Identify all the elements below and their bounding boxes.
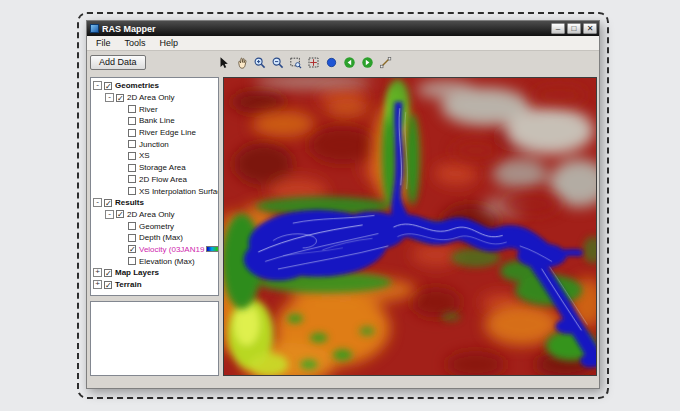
info-panel	[90, 301, 219, 376]
layer-checkbox[interactable]	[128, 234, 136, 242]
zoom-in-icon[interactable]	[252, 55, 268, 70]
expand-icon[interactable]: +	[93, 268, 102, 277]
layer-checkbox[interactable]: ✓	[104, 269, 112, 277]
tree-item[interactable]: +✓Terrain	[93, 279, 218, 291]
status-bar	[87, 376, 599, 388]
layer-checkbox[interactable]	[128, 164, 136, 172]
app-window: RAS Mapper – □ ✕ File Tools Help Add Dat…	[86, 20, 600, 389]
layer-checkbox[interactable]	[128, 222, 136, 230]
tree-item[interactable]: River Edge Line	[117, 127, 218, 139]
toolbar-icon-group	[216, 55, 394, 70]
layer-checkbox[interactable]	[128, 257, 136, 265]
layer-label: Terrain	[115, 280, 142, 289]
layer-label: River	[139, 105, 158, 114]
tree-item[interactable]: Geometry	[117, 220, 218, 232]
tree-item[interactable]: -✓2D Area Only	[105, 92, 218, 104]
close-button[interactable]: ✕	[583, 23, 597, 34]
tree-item[interactable]: Elevation (Max)	[117, 255, 218, 267]
previous-view-icon[interactable]	[342, 55, 358, 70]
minimize-button[interactable]: –	[551, 23, 565, 34]
menu-item-help[interactable]: Help	[153, 37, 186, 50]
layer-checkbox[interactable]: ✓	[116, 94, 124, 102]
layer-checkbox[interactable]: ✓	[128, 245, 136, 253]
tree-item[interactable]: Storage Area	[117, 162, 218, 174]
layer-checkbox[interactable]	[128, 117, 136, 125]
layer-checkbox[interactable]: ✓	[104, 281, 112, 289]
tree-item[interactable]: Bank Line	[117, 115, 218, 127]
collapse-icon[interactable]: -	[93, 198, 102, 207]
toolbar: Add Data	[87, 51, 599, 75]
tree-item[interactable]: Junction	[117, 138, 218, 150]
title-bar[interactable]: RAS Mapper – □ ✕	[87, 21, 599, 36]
layer-label: Map Layers	[115, 268, 159, 277]
expand-icon[interactable]: +	[93, 280, 102, 289]
tree-item[interactable]: -✓Results	[93, 197, 218, 209]
add-data-button[interactable]: Add Data	[90, 55, 146, 70]
tree-item[interactable]: XS Interpolation Surface	[117, 185, 218, 197]
layer-checkbox[interactable]	[128, 105, 136, 113]
collapse-icon[interactable]: -	[105, 210, 114, 219]
layer-label: Bank Line	[139, 116, 175, 125]
layer-label: Geometries	[115, 81, 159, 90]
tree-item[interactable]: -✓2D Area Only	[105, 209, 218, 221]
layer-label: Velocity (03JAN19	[139, 245, 204, 254]
layer-checkbox[interactable]	[128, 152, 136, 160]
zoom-extent-icon[interactable]	[306, 55, 322, 70]
layer-label: Elevation (Max)	[139, 257, 195, 266]
measure-icon[interactable]	[378, 55, 394, 70]
menu-item-tools[interactable]: Tools	[118, 37, 153, 50]
window-title: RAS Mapper	[102, 22, 549, 36]
tree-item[interactable]: Depth (Max)	[117, 232, 218, 244]
layer-label: Geometry	[139, 222, 174, 231]
layer-checkbox[interactable]: ✓	[116, 210, 124, 218]
tree-item[interactable]: +✓Map Layers	[93, 267, 218, 279]
next-view-icon[interactable]	[360, 55, 376, 70]
zoom-window-icon[interactable]	[288, 55, 304, 70]
tree-item[interactable]: XS	[117, 150, 218, 162]
maximize-button[interactable]: □	[567, 23, 581, 34]
collapse-icon[interactable]: -	[93, 81, 102, 90]
layer-label: Junction	[139, 140, 169, 149]
layer-checkbox[interactable]	[128, 140, 136, 148]
layer-checkbox[interactable]	[128, 175, 136, 183]
layer-label: 2D Flow Area	[139, 175, 187, 184]
pan-hand-icon[interactable]	[234, 55, 250, 70]
layer-label: XS	[139, 151, 150, 160]
layer-label: Depth (Max)	[139, 233, 183, 242]
point-marker-icon[interactable]	[324, 55, 340, 70]
app-icon	[90, 24, 99, 33]
map-image	[224, 78, 596, 375]
left-column: -✓Geometries-✓2D Area OnlyRiverBank Line…	[90, 77, 219, 376]
tree-item[interactable]: River	[117, 103, 218, 115]
tree-item[interactable]: 2D Flow Area	[117, 174, 218, 186]
layer-checkbox[interactable]: ✓	[104, 199, 112, 207]
tree-item[interactable]: -✓Geometries	[93, 80, 218, 92]
select-cursor-icon[interactable]	[216, 55, 232, 70]
layer-checkbox[interactable]	[128, 129, 136, 137]
zoom-out-icon[interactable]	[270, 55, 286, 70]
layer-label: XS Interpolation Surface	[139, 187, 219, 196]
tree-item[interactable]: ✓Velocity (03JAN19	[117, 244, 218, 256]
menu-item-file[interactable]: File	[89, 37, 118, 50]
map-canvas[interactable]	[223, 77, 597, 376]
collapse-icon[interactable]: -	[105, 93, 114, 102]
velocity-color-ramp	[206, 246, 219, 252]
content-area: -✓Geometries-✓2D Area OnlyRiverBank Line…	[87, 75, 599, 376]
menu-bar: File Tools Help	[87, 36, 599, 51]
layer-label: Results	[115, 198, 144, 207]
layer-tree: -✓Geometries-✓2D Area OnlyRiverBank Line…	[91, 78, 218, 290]
layer-tree-panel: -✓Geometries-✓2D Area OnlyRiverBank Line…	[90, 77, 219, 296]
layer-label: 2D Area Only	[127, 93, 175, 102]
layer-label: Storage Area	[139, 163, 186, 172]
layer-checkbox[interactable]: ✓	[104, 82, 112, 90]
layer-label: River Edge Line	[139, 128, 196, 137]
layer-checkbox[interactable]	[128, 187, 136, 195]
layer-label: 2D Area Only	[127, 210, 175, 219]
